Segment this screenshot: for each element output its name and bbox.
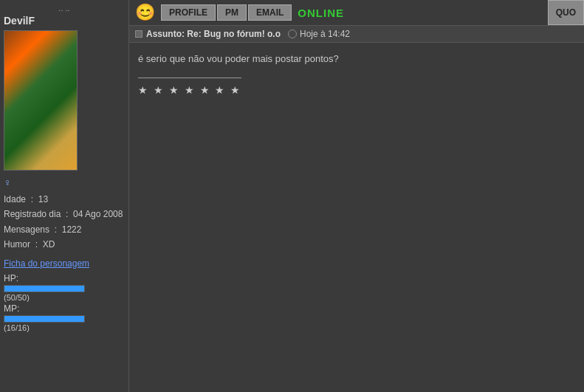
humor-label: Humor [4, 239, 30, 250]
quote-button[interactable]: QUO [548, 0, 584, 25]
messages-label: Mensagens [4, 224, 49, 235]
avatar-image [4, 31, 77, 170]
post-header: Assunto: Re: Bug no fórum! o.o Hoje à 14… [129, 26, 584, 43]
divider [138, 78, 241, 78]
clock-icon [288, 30, 297, 38]
post-subject: Assunto: Re: Bug no fórum! o.o [146, 29, 281, 39]
button-bar: PROFILE PM EMAIL [161, 4, 292, 21]
messages-line: Mensagens : 1222 [4, 222, 125, 237]
mp-label: MP: [4, 303, 125, 314]
mp-bar-fill [4, 316, 84, 322]
hp-label: HP: [4, 273, 125, 283]
top-row: 😊 PROFILE PM EMAIL ONLINE QUO [129, 0, 584, 26]
pm-button[interactable]: PM [217, 4, 247, 21]
messages-value: 1222 [62, 224, 82, 235]
humor-value: XD [43, 239, 55, 250]
hp-container: HP: (50/50) [4, 273, 125, 302]
registered-line: Registrado dia : 04 Ago 2008 [4, 207, 125, 221]
mp-container: MP: (16/16) [4, 303, 125, 332]
gender-icon: ♀ [4, 176, 125, 188]
email-button[interactable]: EMAIL [248, 4, 292, 21]
age-label: Idade [4, 194, 26, 204]
smiley-icon: 😊 [135, 3, 155, 22]
mp-value: (16/16) [4, 323, 125, 332]
registered-value: 04 Ago 2008 [73, 209, 123, 219]
post-time: Hoje à 14:42 [300, 29, 350, 39]
age-line: Idade : 13 [4, 192, 125, 207]
content-area: 😊 PROFILE PM EMAIL ONLINE QUO Assunto: R… [129, 0, 584, 392]
post-message: é serio que não vou poder mais postar po… [138, 52, 575, 66]
username: DevilF [4, 15, 125, 27]
online-badge: ONLINE [298, 7, 344, 19]
ficha-link[interactable]: Ficha do personagem [4, 258, 125, 269]
mp-bar-track [4, 315, 85, 323]
post-icon [135, 30, 142, 38]
avatar [4, 30, 78, 171]
sidebar: .. .. DevilF ♀ Idade : 13 Registrado dia… [0, 0, 129, 392]
user-info: Idade : 13 Registrado dia : 04 Ago 2008 … [4, 192, 125, 252]
hp-value: (50/50) [4, 293, 125, 302]
stars-row: ★ ★ ★ ★ ★ ★ ★ [138, 84, 575, 96]
hp-bar-fill [4, 286, 84, 292]
profile-button[interactable]: PROFILE [161, 4, 216, 21]
dots-line: .. .. [4, 4, 125, 13]
post-body: é serio que não vou poder mais postar po… [129, 43, 584, 392]
registered-label: Registrado dia [4, 209, 61, 219]
humor-line: Humor : XD [4, 237, 125, 252]
hp-bar-track [4, 285, 85, 292]
age-value: 13 [38, 194, 48, 204]
